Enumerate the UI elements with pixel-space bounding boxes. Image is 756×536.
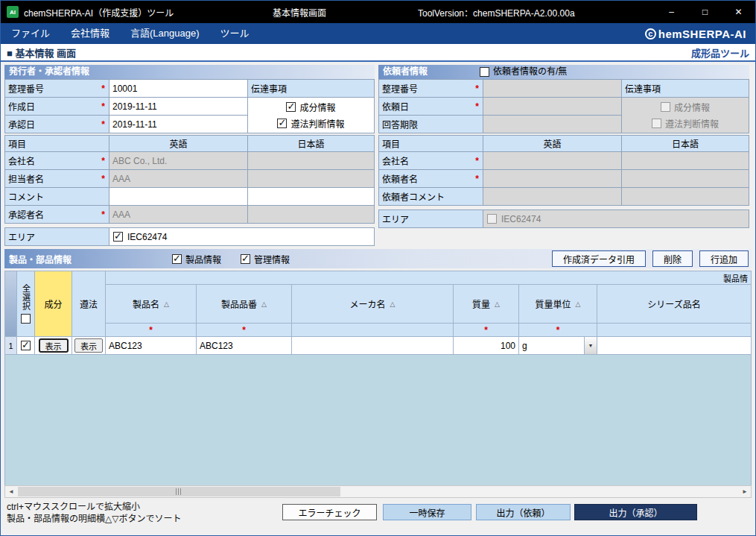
company-name-label: 会社名* xyxy=(5,152,109,170)
menu-language[interactable]: 言語(Language) xyxy=(120,23,210,44)
product-info-toggle: 製品情報 xyxy=(172,253,221,265)
approver-name-ja xyxy=(248,206,375,224)
requester-panel: 依頼者情報 依頼者情報の有/無 整理番号* 伝達事項 依頼日* 回答期限 xyxy=(378,65,749,228)
temp-save-button[interactable]: 一時保存 xyxy=(383,504,471,520)
approval-date-input[interactable]: 2019-11-11 xyxy=(109,116,248,133)
required-marker: * xyxy=(519,324,597,337)
hint-sort: 製品・部品情報の明細横△▽ボタンでソート xyxy=(7,511,181,524)
req-ref-number-field xyxy=(483,80,622,98)
creation-date-label: 作成日* xyxy=(5,98,109,116)
ref-number-input[interactable]: 10001 xyxy=(109,80,248,98)
req-compliance-info-label: 遵法判断情報 xyxy=(665,117,719,130)
comment-en-input[interactable] xyxy=(109,188,248,206)
req-composition-info-checkbox xyxy=(661,102,670,112)
sort-icon[interactable]: △ xyxy=(164,300,169,308)
error-check-button[interactable]: エラーチェック xyxy=(282,504,377,520)
select-all-checkbox[interactable] xyxy=(21,314,31,324)
transmittal-header: 伝達事項 xyxy=(248,80,375,98)
approver-name-label: 承認者名* xyxy=(5,206,109,224)
select-all-header: 全選択 xyxy=(17,271,35,337)
request-date-field xyxy=(483,98,622,116)
sort-icon[interactable]: △ xyxy=(390,300,396,308)
sort-icon[interactable]: △ xyxy=(495,300,500,308)
products-actions: 作成済データ引用 削除 行追加 xyxy=(552,250,752,267)
compliance-show-button[interactable]: 表示 xyxy=(74,338,103,353)
req-col-header-japanese: 日本語 xyxy=(622,136,749,152)
horizontal-scrollbar[interactable]: ◄ ► xyxy=(4,485,752,498)
menu-file[interactable]: ファイル xyxy=(1,23,60,44)
requester-fields: 整理番号* 伝達事項 依頼日* 回答期限 成分情報 xyxy=(378,79,749,133)
mass-unit-value[interactable]: g xyxy=(519,341,584,351)
scroll-left-icon[interactable]: ◄ xyxy=(5,486,17,497)
row-select-cell xyxy=(17,337,35,355)
minimize-icon[interactable]: – xyxy=(655,1,688,23)
management-info-checkbox[interactable] xyxy=(241,254,250,264)
scroll-right-icon[interactable]: ► xyxy=(739,486,751,497)
req-composition-info-label: 成分情報 xyxy=(674,101,710,113)
product-info-checkbox[interactable] xyxy=(172,254,182,264)
mass-unit-dropdown[interactable]: ▼ xyxy=(584,337,597,354)
request-date-label: 依頼日* xyxy=(379,98,483,116)
row-select-checkbox[interactable] xyxy=(21,341,31,350)
requester-name-table: 項目 英語 日本語 会社名* 依頼者名* 依頼者コメント xyxy=(378,135,749,206)
requester-panel-header: 依頼者情報 依頼者情報の有/無 xyxy=(378,65,749,79)
sort-icon[interactable]: △ xyxy=(261,300,267,308)
required-marker xyxy=(292,324,454,337)
products-table: 全選択 成分 遵法 製品情 製品名△ 製品品番△ メーカ名△ 質量△ xyxy=(4,271,752,498)
hint-zoom: ctrl+マウススクロールで拡大縮小 xyxy=(7,499,140,512)
menu-company-info[interactable]: 会社情報 xyxy=(60,23,120,44)
compliance-info-label: 遵法判断情報 xyxy=(290,117,344,130)
column-header-compliance: 遵法 xyxy=(72,271,106,337)
mass-cell[interactable]: 100 xyxy=(454,337,519,355)
compliance-cell: 表示 xyxy=(72,337,106,355)
req-col-header-item: 項目 xyxy=(379,136,483,152)
sort-icon[interactable]: △ xyxy=(576,300,581,308)
company-name-ja xyxy=(248,152,375,170)
menu-tools[interactable]: ツール xyxy=(210,23,260,44)
requester-toggle: 依頼者情報の有/無 xyxy=(480,65,567,79)
issuer-area-row: エリア IEC62474 xyxy=(4,227,375,246)
col-header-japanese: 日本語 xyxy=(248,136,375,152)
requester-comment-en xyxy=(483,188,622,206)
comment-ja-input[interactable] xyxy=(248,188,375,206)
close-icon[interactable]: ✕ xyxy=(722,1,755,23)
required-marker xyxy=(597,324,752,337)
composition-show-button[interactable]: 表示 xyxy=(39,338,69,353)
window-controls: – □ ✕ xyxy=(655,1,755,23)
creation-date-input[interactable]: 2019-11-11 xyxy=(109,98,248,116)
delete-row-button[interactable]: 削除 xyxy=(652,250,693,267)
cite-created-data-button[interactable]: 作成済データ引用 xyxy=(552,250,646,267)
compliance-info-checkbox[interactable] xyxy=(277,119,287,128)
req-iec62474-checkbox xyxy=(487,214,497,224)
maker-name-cell[interactable] xyxy=(292,337,454,355)
product-row: 1 表示 表示 ABC123 ABC123 100 g ▼ xyxy=(4,337,752,355)
requester-area-value: IEC62474 xyxy=(483,210,749,228)
requester-name-ja xyxy=(622,170,749,188)
req-company-name-en xyxy=(483,152,622,170)
iec62474-checkbox[interactable] xyxy=(113,232,123,242)
required-marker: * xyxy=(197,324,292,337)
requester-name-label: 依頼者名* xyxy=(379,170,483,188)
products-section-title: 製品・部品情報 xyxy=(4,253,72,265)
requester-name-en xyxy=(483,170,622,188)
product-name-cell[interactable]: ABC123 xyxy=(106,337,197,355)
scrollbar-thumb[interactable] xyxy=(18,487,340,496)
series-name-cell[interactable] xyxy=(597,337,752,355)
product-number-cell[interactable]: ABC123 xyxy=(197,337,292,355)
composition-info-checkbox[interactable] xyxy=(286,102,296,112)
output-approve-button[interactable]: 出力（承認） xyxy=(574,504,697,520)
add-row-button[interactable]: 行追加 xyxy=(699,250,749,267)
output-request-button[interactable]: 出力（依頼） xyxy=(476,504,571,520)
composition-info-label: 成分情報 xyxy=(299,101,335,113)
app-window: AI chemSHERPA-AI（作成支援）ツール 基本情報画面 ToolVer… xyxy=(0,0,756,536)
column-header-mass: 質量△ xyxy=(454,285,519,324)
contact-name-ja xyxy=(248,170,375,188)
requester-comment-ja xyxy=(622,188,749,206)
reply-deadline-label: 回答期限 xyxy=(379,116,483,133)
req-area-label: エリア xyxy=(379,210,483,228)
iec62474-label: IEC62474 xyxy=(127,232,167,242)
requester-enable-checkbox[interactable] xyxy=(480,67,489,77)
scrollbar-grip-icon xyxy=(176,488,182,495)
maximize-icon[interactable]: □ xyxy=(688,1,722,23)
approver-name-en: AAA xyxy=(109,206,248,224)
